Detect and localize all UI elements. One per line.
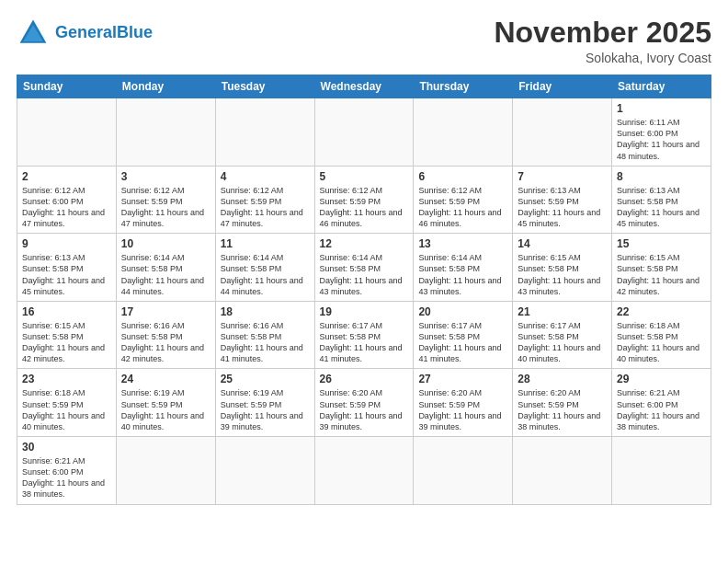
calendar-day-cell: 24Sunrise: 6:19 AM Sunset: 5:59 PM Dayli…	[116, 369, 215, 437]
day-info: Sunrise: 6:20 AM Sunset: 5:59 PM Dayligh…	[418, 387, 507, 432]
calendar-day-cell: 16Sunrise: 6:15 AM Sunset: 5:58 PM Dayli…	[17, 301, 117, 369]
day-info: Sunrise: 6:15 AM Sunset: 5:58 PM Dayligh…	[22, 320, 111, 365]
day-number: 19	[320, 305, 409, 318]
calendar-day-cell: 14Sunrise: 6:15 AM Sunset: 5:58 PM Dayli…	[513, 234, 612, 302]
day-info: Sunrise: 6:13 AM Sunset: 5:59 PM Dayligh…	[518, 185, 607, 230]
day-info: Sunrise: 6:12 AM Sunset: 5:59 PM Dayligh…	[320, 185, 409, 230]
month-title: November 2025	[494, 17, 711, 49]
calendar-day-cell: 11Sunrise: 6:14 AM Sunset: 5:58 PM Dayli…	[215, 234, 314, 302]
day-number: 11	[221, 237, 310, 250]
calendar-week-row: 2Sunrise: 6:12 AM Sunset: 6:00 PM Daylig…	[17, 166, 711, 234]
day-number: 30	[22, 441, 111, 454]
day-info: Sunrise: 6:12 AM Sunset: 5:59 PM Dayligh…	[418, 185, 507, 230]
calendar-day-cell: 20Sunrise: 6:17 AM Sunset: 5:58 PM Dayli…	[414, 301, 513, 369]
calendar-day-cell: 23Sunrise: 6:18 AM Sunset: 5:59 PM Dayli…	[17, 369, 117, 437]
day-number: 14	[518, 237, 607, 250]
day-number: 16	[22, 305, 111, 318]
page: GeneralBlue November 2025 Solokaha, Ivor…	[0, 0, 728, 563]
calendar-day-cell: 12Sunrise: 6:14 AM Sunset: 5:58 PM Dayli…	[314, 234, 414, 302]
calendar-header-row: SundayMondayTuesdayWednesdayThursdayFrid…	[17, 75, 711, 98]
day-number: 3	[121, 170, 210, 183]
day-info: Sunrise: 6:13 AM Sunset: 5:58 PM Dayligh…	[22, 252, 111, 297]
calendar-day-cell: 8Sunrise: 6:13 AM Sunset: 5:58 PM Daylig…	[612, 166, 711, 234]
calendar-day-cell: 6Sunrise: 6:12 AM Sunset: 5:59 PM Daylig…	[414, 166, 513, 234]
day-info: Sunrise: 6:13 AM Sunset: 5:58 PM Dayligh…	[617, 185, 706, 230]
calendar-day-cell	[414, 98, 513, 167]
day-info: Sunrise: 6:14 AM Sunset: 5:58 PM Dayligh…	[320, 252, 409, 297]
calendar-day-cell: 30Sunrise: 6:21 AM Sunset: 6:00 PM Dayli…	[17, 437, 117, 505]
day-number: 6	[418, 170, 507, 183]
calendar-day-header: Saturday	[612, 75, 711, 98]
day-number: 26	[320, 373, 409, 385]
day-number: 15	[617, 237, 706, 250]
day-info: Sunrise: 6:12 AM Sunset: 5:59 PM Dayligh…	[221, 185, 310, 230]
calendar-day-header: Wednesday	[314, 75, 414, 98]
location: Solokaha, Ivory Coast	[494, 51, 711, 65]
day-number: 27	[418, 373, 507, 385]
day-info: Sunrise: 6:19 AM Sunset: 5:59 PM Dayligh…	[221, 387, 310, 432]
calendar-day-cell: 29Sunrise: 6:21 AM Sunset: 6:00 PM Dayli…	[612, 369, 711, 437]
calendar-day-cell	[414, 437, 513, 505]
calendar-day-cell: 21Sunrise: 6:17 AM Sunset: 5:58 PM Dayli…	[513, 301, 612, 369]
calendar-day-header: Tuesday	[215, 75, 314, 98]
calendar-day-cell: 25Sunrise: 6:19 AM Sunset: 5:59 PM Dayli…	[215, 369, 314, 437]
day-number: 18	[221, 305, 310, 318]
day-number: 7	[518, 170, 607, 183]
day-number: 4	[221, 170, 310, 183]
calendar-day-header: Sunday	[17, 75, 117, 98]
calendar-week-row: 16Sunrise: 6:15 AM Sunset: 5:58 PM Dayli…	[17, 301, 711, 369]
logo-icon	[17, 17, 50, 50]
title-block: November 2025 Solokaha, Ivory Coast	[494, 17, 711, 65]
calendar-day-header: Friday	[513, 75, 612, 98]
calendar-day-cell	[17, 98, 117, 167]
day-info: Sunrise: 6:15 AM Sunset: 5:58 PM Dayligh…	[518, 252, 607, 297]
logo-text: GeneralBlue	[55, 24, 153, 42]
day-number: 8	[617, 170, 706, 183]
day-number: 21	[518, 305, 607, 318]
day-number: 17	[121, 305, 210, 318]
calendar-day-cell: 10Sunrise: 6:14 AM Sunset: 5:58 PM Dayli…	[116, 234, 215, 302]
calendar-day-cell: 5Sunrise: 6:12 AM Sunset: 5:59 PM Daylig…	[314, 166, 414, 234]
day-number: 28	[518, 373, 607, 385]
logo: GeneralBlue	[17, 17, 153, 50]
day-number: 23	[22, 373, 111, 385]
day-number: 9	[22, 237, 111, 250]
day-number: 1	[617, 102, 706, 115]
header: GeneralBlue November 2025 Solokaha, Ivor…	[17, 17, 711, 65]
day-number: 2	[22, 170, 111, 183]
day-info: Sunrise: 6:19 AM Sunset: 5:59 PM Dayligh…	[121, 387, 210, 432]
calendar-day-cell: 22Sunrise: 6:18 AM Sunset: 5:58 PM Dayli…	[612, 301, 711, 369]
calendar-day-cell: 15Sunrise: 6:15 AM Sunset: 5:58 PM Dayli…	[612, 234, 711, 302]
day-info: Sunrise: 6:12 AM Sunset: 6:00 PM Dayligh…	[22, 185, 111, 230]
calendar-day-cell: 3Sunrise: 6:12 AM Sunset: 5:59 PM Daylig…	[116, 166, 215, 234]
calendar-day-cell: 28Sunrise: 6:20 AM Sunset: 5:59 PM Dayli…	[513, 369, 612, 437]
day-info: Sunrise: 6:17 AM Sunset: 5:58 PM Dayligh…	[320, 320, 409, 365]
day-info: Sunrise: 6:21 AM Sunset: 6:00 PM Dayligh…	[22, 455, 111, 500]
calendar-week-row: 9Sunrise: 6:13 AM Sunset: 5:58 PM Daylig…	[17, 234, 711, 302]
calendar-day-cell	[116, 98, 215, 167]
day-info: Sunrise: 6:16 AM Sunset: 5:58 PM Dayligh…	[121, 320, 210, 365]
day-number: 5	[320, 170, 409, 183]
logo-blue: Blue	[117, 23, 153, 41]
day-number: 20	[418, 305, 507, 318]
calendar-day-header: Monday	[116, 75, 215, 98]
day-info: Sunrise: 6:15 AM Sunset: 5:58 PM Dayligh…	[617, 252, 706, 297]
calendar-table: SundayMondayTuesdayWednesdayThursdayFrid…	[17, 75, 711, 504]
day-number: 13	[418, 237, 507, 250]
calendar-day-cell: 17Sunrise: 6:16 AM Sunset: 5:58 PM Dayli…	[116, 301, 215, 369]
day-info: Sunrise: 6:20 AM Sunset: 5:59 PM Dayligh…	[518, 387, 607, 432]
calendar-day-cell	[116, 437, 215, 505]
calendar-day-cell	[215, 98, 314, 167]
day-number: 29	[617, 373, 706, 385]
calendar-day-cell: 1Sunrise: 6:11 AM Sunset: 6:00 PM Daylig…	[612, 98, 711, 167]
day-info: Sunrise: 6:14 AM Sunset: 5:58 PM Dayligh…	[121, 252, 210, 297]
day-info: Sunrise: 6:14 AM Sunset: 5:58 PM Dayligh…	[221, 252, 310, 297]
calendar-day-cell: 7Sunrise: 6:13 AM Sunset: 5:59 PM Daylig…	[513, 166, 612, 234]
calendar-day-cell	[513, 98, 612, 167]
day-info: Sunrise: 6:17 AM Sunset: 5:58 PM Dayligh…	[518, 320, 607, 365]
calendar-day-cell	[314, 98, 414, 167]
calendar-day-cell	[513, 437, 612, 505]
calendar-day-cell: 13Sunrise: 6:14 AM Sunset: 5:58 PM Dayli…	[414, 234, 513, 302]
calendar-day-cell: 18Sunrise: 6:16 AM Sunset: 5:58 PM Dayli…	[215, 301, 314, 369]
day-number: 10	[121, 237, 210, 250]
